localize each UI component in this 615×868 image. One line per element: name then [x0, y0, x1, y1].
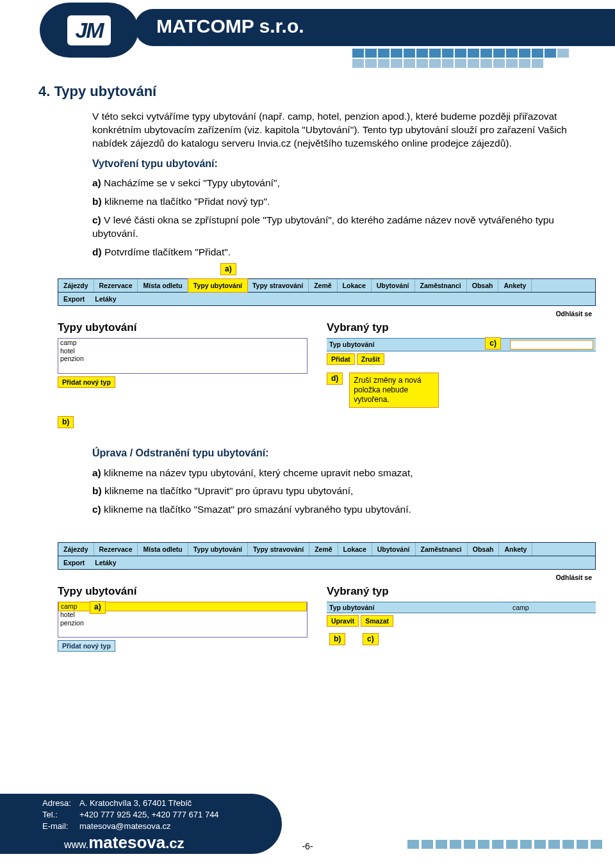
- mail: matesova@matesova.cz: [79, 821, 171, 831]
- callout-b: b): [58, 416, 74, 428]
- step-d: d) Potvrdíme tlačítkem "Přidat".: [92, 246, 577, 259]
- left-title: Typy ubytování: [58, 321, 308, 334]
- step-b: b) klikneme na tlačítko "Přidat nový typ…: [92, 195, 577, 209]
- list-item[interactable]: hotel: [58, 347, 307, 355]
- left-pane: Typy ubytování camp a) hotel penzion Při…: [58, 583, 308, 652]
- right-title: Vybraný typ: [327, 321, 596, 334]
- tab[interactable]: Místa odletu: [138, 279, 188, 292]
- intro-text: V této sekci vytváříme typy ubytování (n…: [92, 110, 577, 150]
- callout-b: b): [329, 633, 345, 645]
- tab-active[interactable]: Typy ubytování: [188, 278, 248, 293]
- tab[interactable]: Obsah: [468, 543, 500, 556]
- screenshot-edit: Zájezdy Rezervace Místa odletu Typy ubyt…: [58, 542, 596, 652]
- tab-bar-row2: Export Letáky: [58, 293, 596, 306]
- tab[interactable]: Obsah: [467, 279, 499, 292]
- tab-bar-row2: Export Letáky: [58, 556, 596, 570]
- mail-label: E-mail:: [42, 821, 79, 832]
- tab[interactable]: Letáky: [90, 293, 121, 305]
- create-heading: Vytvoření typu ubytování:: [92, 157, 577, 171]
- type-listbox[interactable]: camp hotel penzion: [58, 338, 308, 374]
- intro-block: V této sekci vytváříme typy ubytování (n…: [92, 110, 577, 259]
- left-title: Typy ubytování: [58, 585, 308, 598]
- tab[interactable]: Místa odletu: [138, 543, 188, 556]
- field-value: camp: [510, 604, 593, 611]
- add-button[interactable]: Přidat: [327, 353, 355, 365]
- tab[interactable]: Letáky: [90, 556, 121, 569]
- tab[interactable]: Ankety: [499, 543, 532, 556]
- type-input[interactable]: [510, 340, 593, 350]
- step-a: a) Nacházíme se v sekci "Typy ubytování"…: [92, 177, 577, 190]
- company-name: MATCOMP s.r.o.: [156, 15, 304, 37]
- tab[interactable]: Zaměstnanci: [416, 543, 468, 556]
- list-item[interactable]: camp: [58, 339, 307, 347]
- logo-text: JM: [67, 15, 110, 45]
- addr: A. Kratochvíla 3, 67401 Třebíč: [79, 798, 192, 808]
- step-c: c) V levé části okna se zpřístupní pole …: [92, 214, 577, 241]
- delete-button[interactable]: Smazat: [361, 615, 393, 627]
- callout-a: a): [90, 601, 106, 613]
- right-pane: Vybraný typ Typ ubytování camp Upravit S…: [308, 583, 596, 652]
- pane: Typy ubytování camp hotel penzion Přidat…: [58, 319, 596, 408]
- list-item[interactable]: penzion: [58, 355, 307, 363]
- cancel-note: Zruší změny a nová položka nebude vytvoř…: [349, 373, 439, 408]
- tab[interactable]: Země: [309, 543, 338, 556]
- field-label: Typ ubytování: [329, 604, 390, 611]
- tab[interactable]: Typy ubytování: [188, 543, 248, 556]
- content: 4. Typy ubytování V této sekci vytváříme…: [38, 83, 577, 668]
- tab[interactable]: Typy stravování: [247, 279, 309, 292]
- tab[interactable]: Export: [58, 293, 90, 305]
- edit-heading: Úprava / Odstranění typu ubytování:: [92, 446, 577, 460]
- callout-d: d): [327, 373, 343, 385]
- footer-decor-squares: [407, 840, 602, 849]
- form-row: Typ ubytování camp: [327, 602, 596, 613]
- pane: Typy ubytování camp a) hotel penzion Při…: [58, 583, 596, 652]
- tel: +420 777 925 425, +420 777 671 744: [79, 810, 219, 819]
- add-new-type-button[interactable]: Přidat nový typ: [58, 640, 115, 652]
- edit-button[interactable]: Upravit: [327, 615, 359, 627]
- tab[interactable]: Ubytování: [372, 279, 415, 292]
- cancel-button[interactable]: Zrušit: [357, 353, 384, 365]
- callout-c: c): [485, 337, 501, 350]
- tab[interactable]: Export: [58, 556, 90, 569]
- tab[interactable]: Zaměstnanci: [415, 279, 467, 292]
- footer-url: www.matesova.cz: [64, 833, 184, 853]
- tab[interactable]: Typy stravování: [248, 543, 309, 556]
- tel-label: Tel.:: [42, 809, 79, 821]
- logo: JM: [40, 3, 138, 58]
- header-decor-squares: [352, 49, 577, 68]
- screenshot-create: a) Zájezdy Rezervace Místa odletu Typy u…: [58, 278, 596, 408]
- field-label: Typ ubytování: [329, 341, 390, 348]
- tab-bar: Zájezdy Rezervace Místa odletu Typy ubyt…: [58, 542, 596, 556]
- callout-c: c): [363, 633, 379, 645]
- tab[interactable]: Rezervace: [94, 543, 138, 556]
- edit-step-b: b) klikneme na tlačítko "Upravit" pro úp…: [92, 485, 577, 498]
- type-listbox[interactable]: camp a) hotel penzion: [58, 602, 308, 638]
- tab[interactable]: Země: [309, 279, 337, 292]
- edit-step-a: a) klikneme na název typu ubytování, kte…: [92, 467, 577, 480]
- logout-link[interactable]: Odhlásit se: [58, 570, 596, 581]
- section-title: 4. Typy ubytování: [38, 83, 577, 100]
- callout-a: a): [220, 263, 236, 275]
- edit-block: Úprava / Odstranění typu ubytování: a) k…: [92, 446, 577, 517]
- tab[interactable]: Zájezdy: [58, 279, 94, 292]
- add-new-type-button[interactable]: Přidat nový typ: [58, 376, 115, 388]
- form-row: Typ ubytování c): [327, 338, 596, 351]
- list-item[interactable]: penzion: [58, 619, 307, 627]
- left-pane: Typy ubytování camp hotel penzion Přidat…: [58, 319, 308, 408]
- tab[interactable]: Rezervace: [94, 279, 138, 292]
- page-header: JM MATCOMP s.r.o.: [0, 0, 615, 77]
- tab[interactable]: Lokace: [338, 279, 372, 292]
- page-number: -6-: [302, 841, 313, 851]
- footer-contact: Adresa:A. Kratochvíla 3, 67401 Třebíč Te…: [42, 798, 219, 833]
- tab[interactable]: Ubytování: [372, 543, 416, 556]
- page-footer: Adresa:A. Kratochvíla 3, 67401 Třebíč Te…: [0, 791, 615, 868]
- right-pane: Vybraný typ Typ ubytování c) Přidat Zruš…: [308, 319, 596, 408]
- tab[interactable]: Lokace: [338, 543, 372, 556]
- tab[interactable]: Ankety: [498, 279, 532, 292]
- tab[interactable]: Zájezdy: [58, 543, 94, 556]
- right-title: Vybraný typ: [327, 585, 596, 598]
- edit-step-c: c) klikneme na tlačítko "Smazat" pro sma…: [92, 503, 577, 517]
- list-item-selected[interactable]: camp a): [58, 602, 307, 611]
- addr-label: Adresa:: [42, 798, 79, 809]
- logout-link[interactable]: Odhlásit se: [58, 306, 596, 317]
